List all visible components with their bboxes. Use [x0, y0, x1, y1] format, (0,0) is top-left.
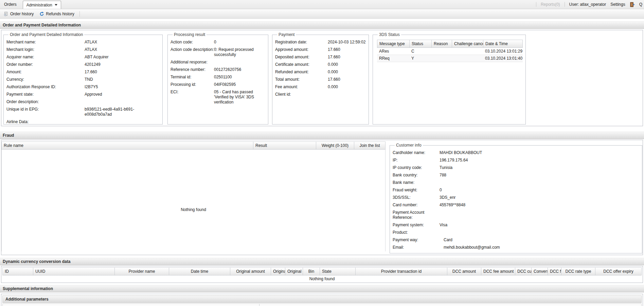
field-label: ECI: — [171, 90, 214, 105]
tab-administration-label: Administration — [26, 3, 52, 7]
payment-fieldset: Payment Registration date:2024-10-03 12:… — [272, 32, 369, 125]
section-order-payment-header: Order and Payment Detailed Information — [0, 21, 644, 29]
field-value: Visa — [440, 223, 639, 228]
cell-reason — [431, 55, 452, 62]
column-header[interactable]: Message type — [377, 40, 410, 47]
field-value — [440, 210, 639, 220]
threeds-table-header: Message type Status Reason Challenge can… — [377, 40, 523, 48]
field-value: mehdi.boukabbout@gmail.com — [440, 245, 639, 250]
column-header[interactable]: Original amount — [230, 268, 271, 275]
column-header[interactable]: Bin — [303, 268, 320, 275]
column-header[interactable]: UUID — [33, 268, 115, 275]
column-header[interactable]: Provider name — [115, 268, 169, 275]
column-header[interactable]: State — [320, 268, 356, 275]
field-label: Payment Account Reference: — [393, 210, 440, 220]
quit-link[interactable]: Q — [639, 2, 642, 7]
processing-result-legend: Processing result — [173, 32, 207, 37]
payment-legend: Payment — [277, 32, 296, 37]
column-header[interactable]: Challenge cancel — [452, 40, 483, 47]
field-label: Registration date: — [275, 40, 328, 45]
section-fraud-header: Fraud — [0, 132, 644, 139]
refunds-history-label: Refunds history — [46, 12, 74, 16]
column-header[interactable]: Date & Time — [483, 40, 522, 47]
dcc-table-header: ID UUID Provider name Date time Original… — [2, 267, 642, 275]
column-header[interactable]: DCC fee amount — [481, 268, 515, 275]
field-value: 788 — [440, 173, 639, 178]
field-label: Payment way: — [393, 237, 440, 243]
field-label: Processing id: — [171, 82, 214, 87]
order-history-label: Order history — [10, 12, 34, 16]
field-value: 455769**8848 — [440, 203, 639, 208]
order-details-legend: Order and Payment Detailed Information — [8, 32, 84, 37]
column-header[interactable]: Join the list — [354, 142, 385, 149]
column-header[interactable]: Rule name — [2, 142, 253, 149]
field-value: 04IF082595 — [214, 82, 265, 87]
fraud-empty-message: Nothing found — [2, 207, 385, 212]
column-header[interactable]: Date time — [169, 268, 230, 275]
column-header[interactable]: Reason — [432, 40, 452, 47]
field-value: 0.000 — [328, 84, 366, 90]
field-value: ATLAX — [85, 40, 160, 45]
field-value: 0.000 — [328, 70, 366, 75]
field-label: Currency: — [6, 77, 85, 82]
reports-link[interactable]: Reports(0) — [541, 2, 560, 7]
field-label: IP country code: — [393, 165, 440, 170]
column-header[interactable]: Name — [3, 304, 260, 306]
column-header[interactable]: Original c — [285, 268, 303, 275]
fraud-panel: Rule name Result Weight (0-100) Join the… — [1, 140, 643, 255]
column-header[interactable]: DCC amount — [447, 268, 481, 275]
field-label: Certificate amount: — [275, 62, 328, 67]
field-label: Client id: — [275, 92, 328, 97]
field-value: Card — [440, 237, 639, 243]
field-label: Approved amount: — [275, 47, 328, 52]
field-label: IP: — [393, 158, 440, 163]
settings-link[interactable]: Settings — [610, 2, 625, 7]
field-value: 17.660 — [328, 47, 366, 52]
column-header[interactable]: DCC rate type — [561, 268, 595, 275]
field-value — [440, 230, 639, 235]
section-dcc-header: Dynamic currency conversion data — [0, 258, 644, 265]
column-header[interactable]: ID — [3, 268, 33, 275]
column-header[interactable]: Conversi — [532, 268, 548, 275]
column-header[interactable]: Provider transaction id — [356, 268, 447, 275]
field-label: Order number: — [6, 62, 85, 67]
tab-orders[interactable]: Orders — [0, 0, 21, 9]
field-label: 3DS/SSL: — [393, 195, 440, 200]
field-value: 17.660 — [85, 70, 160, 75]
tab-administration[interactable]: Administration — [23, 1, 61, 9]
field-value: 0: Request processed successfully — [214, 47, 265, 57]
column-header[interactable]: Status — [410, 40, 432, 47]
field-label: Acquirer name: — [6, 55, 85, 60]
chevron-down-icon — [55, 4, 57, 6]
column-header[interactable]: Value — [260, 304, 641, 306]
section-supplemental-title: Supplemental information — [3, 286, 53, 291]
field-label: Deposited amount: — [275, 55, 328, 60]
additional-parameters-header: Additional parameters — [2, 295, 642, 303]
field-label: Payment system: — [393, 223, 440, 228]
field-label: Merchant name: — [6, 40, 85, 45]
column-header[interactable]: Original f — [271, 268, 285, 275]
section-dcc-title: Dynamic currency conversion data — [3, 259, 70, 264]
field-label: Amount: — [6, 70, 85, 75]
fraud-table-header: Rule name Result Weight (0-100) Join the… — [1, 141, 386, 150]
column-header[interactable]: Weight (0-100) — [316, 142, 354, 149]
divider — [565, 2, 565, 7]
column-header[interactable]: Result — [253, 142, 316, 149]
table-row[interactable]: ARes C 03.10.2024 13:01:29 — [377, 48, 523, 55]
cell-status: C — [409, 48, 431, 55]
refunds-history-button[interactable]: Refunds history — [37, 11, 76, 17]
threeds-table: Message type Status Reason Challenge can… — [377, 40, 523, 62]
column-header[interactable]: DCC offer expiry — [595, 268, 641, 275]
cell-datetime: 03.10.2024 13:01:29 — [483, 48, 523, 55]
document-clock-icon — [3, 11, 8, 16]
field-label: Cardholder name: — [393, 150, 440, 155]
open-door-logout-icon[interactable] — [630, 2, 635, 7]
field-value: MAHDI BOUKABBOUT — [440, 150, 639, 155]
column-header[interactable]: DCC fee — [548, 268, 561, 275]
column-header[interactable]: DCC curr — [515, 268, 532, 275]
table-row[interactable]: RReq Y 03.10.2024 13:01:40 — [377, 55, 523, 62]
customer-info-legend: Customer info — [395, 143, 423, 148]
order-history-button[interactable]: Order history — [2, 11, 35, 17]
field-value: 02501100 — [214, 75, 265, 80]
field-value — [328, 92, 366, 97]
